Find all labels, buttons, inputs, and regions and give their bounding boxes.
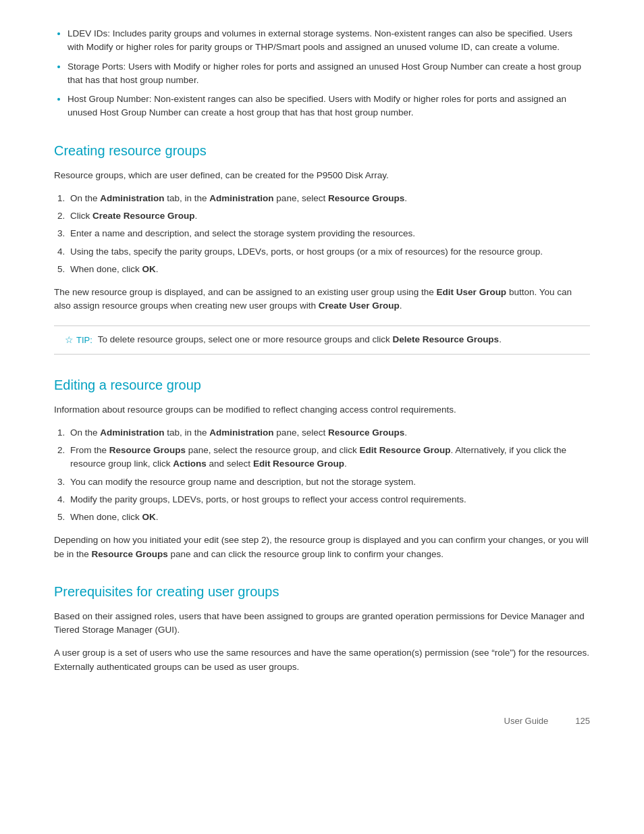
editing-step-1: On the Administration tab, in the Admini… [68, 426, 590, 440]
editing-step-2: From the Resource Groups pane, select th… [68, 444, 590, 471]
tip-box: ☆ TIP: To delete resource groups, select… [54, 325, 590, 355]
bullet-storage-ports: Storage Ports: Users with Modify or high… [68, 60, 590, 88]
creating-after-steps: The new resource group is displayed, and… [54, 286, 590, 313]
bullet-host-group-text: Host Group Number: Non-existent ranges c… [68, 94, 566, 118]
tip-icon: ☆ [65, 333, 74, 347]
prerequisites-para2: A user group is a set of users who use t… [54, 646, 590, 674]
intro-bullet-list: LDEV IDs: Includes parity groups and vol… [68, 27, 590, 120]
bullet-ldev-text: LDEV IDs: Includes parity groups and vol… [68, 28, 572, 52]
creating-steps-list: On the Administration tab, in the Admini… [68, 192, 590, 276]
prerequisites-para1: Based on their assigned roles, users tha… [54, 610, 590, 637]
bullet-host-group: Host Group Number: Non-existent ranges c… [68, 93, 590, 120]
creating-resource-groups-heading: Creating resource groups [54, 140, 590, 161]
editing-step-4: Modify the parity groups, LDEVs, ports, … [68, 493, 590, 506]
tip-label: TIP: [76, 334, 92, 347]
editing-intro-para: Information about resource groups can be… [54, 403, 590, 417]
creating-intro-para: Resource groups, which are user defined,… [54, 169, 590, 182]
page-number: 125 [575, 714, 590, 728]
editing-resource-group-section: Information about resource groups can be… [54, 403, 590, 561]
editing-resource-group-heading: Editing a resource group [54, 375, 590, 395]
creating-step-5: When done, click OK. [68, 263, 590, 276]
footer-label: User Guide [504, 714, 549, 728]
creating-resource-groups-section: Resource groups, which are user defined,… [54, 169, 590, 355]
creating-step-1: On the Administration tab, in the Admini… [68, 192, 590, 205]
creating-step-4: Using the tabs, specify the parity group… [68, 245, 590, 259]
tip-content: To delete resource groups, select one or… [98, 333, 502, 346]
page-footer: User Guide 125 [54, 714, 590, 728]
creating-step-2: Click Create Resource Group. [68, 209, 590, 223]
editing-steps-list: On the Administration tab, in the Admini… [68, 426, 590, 525]
editing-step-3: You can modify the resource group name a… [68, 475, 590, 489]
creating-step-3: Enter a name and description, and select… [68, 227, 590, 240]
bullet-ldev: LDEV IDs: Includes parity groups and vol… [68, 27, 590, 55]
editing-after-steps: Depending on how you initiated your edit… [54, 533, 590, 561]
editing-step-5: When done, click OK. [68, 511, 590, 524]
bullet-storage-ports-text: Storage Ports: Users with Modify or high… [68, 61, 581, 85]
prerequisites-heading: Prerequisites for creating user groups [54, 581, 590, 602]
prerequisites-section: Based on their assigned roles, users tha… [54, 610, 590, 674]
